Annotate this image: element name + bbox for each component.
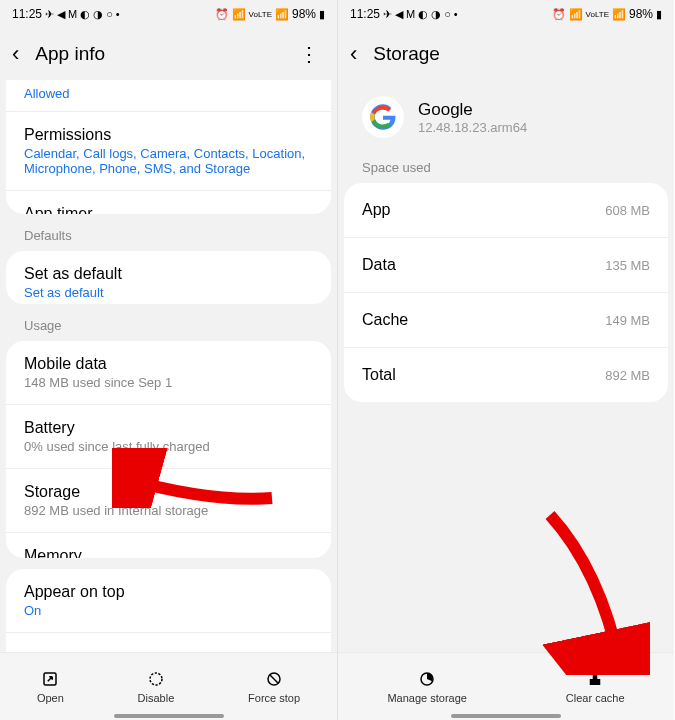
row-mobile-data[interactable]: Mobile data 148 MB used since Sep 1 bbox=[6, 341, 331, 405]
mobile-data-title: Mobile data bbox=[24, 355, 313, 373]
section-defaults: Defaults bbox=[6, 214, 331, 251]
row-storage[interactable]: Storage 892 MB used in Internal storage bbox=[6, 469, 331, 533]
open-label: Open bbox=[37, 692, 64, 704]
memory-title: Memory bbox=[24, 547, 313, 558]
status-right: ⏰ 📶 VoLTE 📶 98% ▮ bbox=[215, 7, 325, 21]
svg-point-1 bbox=[150, 673, 162, 685]
row-total-size: Total 892 MB bbox=[344, 348, 668, 402]
disable-label: Disable bbox=[138, 692, 175, 704]
page-title: Storage bbox=[373, 43, 662, 65]
battery-value: 0% used since last fully charged bbox=[24, 439, 313, 454]
row-appear-on-top[interactable]: Appear on top On bbox=[6, 569, 331, 633]
row-cache-size: Cache 149 MB bbox=[344, 293, 668, 348]
signal-icon: 📶 bbox=[612, 8, 626, 21]
card-usage: Mobile data 148 MB used since Sep 1 Batt… bbox=[6, 341, 331, 558]
volte-icon: VoLTE bbox=[586, 10, 609, 19]
appear-title: Appear on top bbox=[24, 583, 313, 601]
manage-storage-button[interactable]: Manage storage bbox=[377, 666, 477, 708]
row-memory[interactable]: Memory 186 MB used on average in last 3 … bbox=[6, 533, 331, 558]
app-value: 608 MB bbox=[605, 203, 650, 218]
section-space-used: Space used bbox=[344, 146, 668, 183]
alarm-icon: ⏰ bbox=[552, 8, 566, 21]
app-timer-title: App timer bbox=[24, 205, 313, 214]
content: Google 12.48.18.23.arm64 Space used App … bbox=[338, 80, 674, 652]
data-label: Data bbox=[362, 256, 396, 274]
gmail-icon: M bbox=[68, 8, 77, 20]
data-value: 135 MB bbox=[605, 258, 650, 273]
clear-label: Clear cache bbox=[566, 692, 625, 704]
back-icon[interactable]: ‹ bbox=[350, 41, 357, 67]
status-right: ⏰ 📶 VoLTE 📶 98% ▮ bbox=[552, 7, 662, 21]
wifi-icon: 📶 bbox=[232, 8, 246, 21]
content: Notifications Allowed Permissions Calend… bbox=[0, 80, 337, 652]
app-version: 12.48.18.23.arm64 bbox=[418, 120, 527, 135]
status-bar: 11:25 ✈ ◀ M ◐ ◑ ○ • ⏰ 📶 VoLTE 📶 98% ▮ bbox=[338, 0, 674, 28]
battery-title: Battery bbox=[24, 419, 313, 437]
notifications-value: Allowed bbox=[24, 86, 313, 101]
circle-icon: ◑ bbox=[93, 8, 103, 21]
phone-right: 11:25 ✈ ◀ M ◐ ◑ ○ • ⏰ 📶 VoLTE 📶 98% ▮ ‹ … bbox=[337, 0, 674, 720]
clear-cache-button[interactable]: Clear cache bbox=[556, 666, 635, 708]
bottom-bar: Manage storage Clear cache bbox=[338, 652, 674, 720]
row-set-default[interactable]: Set as default Set as default bbox=[6, 251, 331, 305]
meta-icon: ◐ bbox=[418, 8, 428, 21]
battery-pct: 98% bbox=[292, 7, 316, 21]
battery-icon: ▮ bbox=[319, 8, 325, 21]
home-indicator[interactable] bbox=[114, 714, 224, 718]
open-button[interactable]: Open bbox=[27, 666, 74, 708]
dot-icon: • bbox=[454, 8, 458, 20]
storage-title: Storage bbox=[24, 483, 313, 501]
svg-rect-6 bbox=[593, 674, 598, 679]
mobile-data-value: 148 MB used since Sep 1 bbox=[24, 375, 313, 390]
status-bar: 11:25 ✈ ◀ M ◐ ◑ ○ • ⏰ 📶 VoLTE 📶 98% ▮ bbox=[0, 0, 337, 28]
card-top: Notifications Allowed Permissions Calend… bbox=[6, 80, 331, 214]
force-stop-label: Force stop bbox=[248, 692, 300, 704]
google-logo-icon bbox=[362, 96, 404, 138]
wifi-icon: 📶 bbox=[569, 8, 583, 21]
home-indicator[interactable] bbox=[451, 714, 561, 718]
permissions-title: Permissions bbox=[24, 126, 313, 144]
row-app-timer[interactable]: App timer bbox=[6, 191, 331, 214]
dot-icon: • bbox=[116, 8, 120, 20]
titlebar: ‹ Storage bbox=[338, 28, 674, 80]
titlebar: ‹ App info ⋮ bbox=[0, 28, 337, 80]
alarm-icon: ⏰ bbox=[215, 8, 229, 21]
status-left: 11:25 ✈ ◀ M ◐ ◑ ○ • bbox=[12, 7, 120, 21]
notifications-title: Notifications bbox=[24, 80, 313, 84]
phone-left: 11:25 ✈ ◀ M ◐ ◑ ○ • ⏰ 📶 VoLTE 📶 98% ▮ ‹ … bbox=[0, 0, 337, 720]
permissions-value: Calendar, Call logs, Camera, Contacts, L… bbox=[24, 146, 313, 176]
ring-icon: ○ bbox=[106, 8, 113, 20]
cache-label: Cache bbox=[362, 311, 408, 329]
battery-pct: 98% bbox=[629, 7, 653, 21]
row-battery[interactable]: Battery 0% used since last fully charged bbox=[6, 405, 331, 469]
card-space: App 608 MB Data 135 MB Cache 149 MB Tota… bbox=[344, 183, 668, 402]
signal-icon: 📶 bbox=[275, 8, 289, 21]
more-menu-icon[interactable]: ⋮ bbox=[293, 42, 325, 66]
total-label: Total bbox=[362, 366, 396, 384]
cut-text: • bbox=[24, 647, 313, 652]
card-defaults: Set as default Set as default bbox=[6, 251, 331, 305]
section-usage: Usage bbox=[6, 304, 331, 341]
row-cut[interactable]: • bbox=[6, 633, 331, 652]
row-permissions[interactable]: Permissions Calendar, Call logs, Camera,… bbox=[6, 112, 331, 191]
gmail-icon: M bbox=[406, 8, 415, 20]
force-stop-button[interactable]: Force stop bbox=[238, 666, 310, 708]
app-header: Google 12.48.18.23.arm64 bbox=[344, 80, 668, 146]
open-icon bbox=[41, 670, 59, 688]
total-value: 892 MB bbox=[605, 368, 650, 383]
page-title: App info bbox=[35, 43, 277, 65]
send-icon: ✈ bbox=[383, 8, 392, 21]
back-icon[interactable]: ‹ bbox=[12, 41, 19, 67]
row-notifications[interactable]: Notifications Allowed bbox=[6, 80, 331, 112]
battery-icon: ▮ bbox=[656, 8, 662, 21]
row-data-size: Data 135 MB bbox=[344, 238, 668, 293]
appear-value: On bbox=[24, 603, 313, 618]
status-time: 11:25 bbox=[350, 7, 380, 21]
meta-icon: ◐ bbox=[80, 8, 90, 21]
disable-button[interactable]: Disable bbox=[128, 666, 185, 708]
status-left: 11:25 ✈ ◀ M ◐ ◑ ○ • bbox=[350, 7, 458, 21]
clear-cache-icon bbox=[586, 670, 604, 688]
circle-icon: ◑ bbox=[431, 8, 441, 21]
force-stop-icon bbox=[265, 670, 283, 688]
ring-icon: ○ bbox=[444, 8, 451, 20]
